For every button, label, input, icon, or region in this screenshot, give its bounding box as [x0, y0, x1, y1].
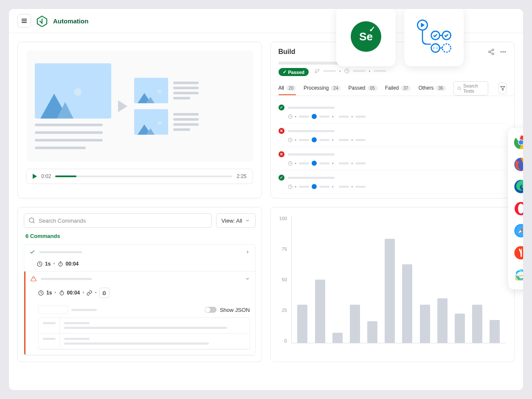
- thumbnail-item: [134, 78, 168, 103]
- command-item[interactable]: 1s• 00:04• • Show JSON: [24, 272, 255, 355]
- chart-bar: [350, 305, 360, 343]
- tab-failed[interactable]: Failed37: [385, 82, 411, 95]
- stopwatch-icon: [59, 290, 65, 296]
- bug-button[interactable]: [99, 288, 110, 298]
- svg-point-50: [431, 44, 440, 52]
- stopwatch-icon: [58, 261, 63, 267]
- github-actions-icon: [415, 17, 453, 56]
- test-list: ✓ • • • ✕ • • • ✕: [271, 96, 515, 198]
- chevron-right-icon: [245, 249, 250, 255]
- filter-button[interactable]: [498, 82, 507, 94]
- svg-point-25: [458, 87, 460, 89]
- svg-point-9: [158, 90, 162, 93]
- chart-bar: [297, 305, 307, 343]
- y-tick: 0: [284, 338, 287, 343]
- svg-point-19: [503, 51, 504, 52]
- svg-rect-44: [104, 291, 105, 295]
- branch-icon: [315, 68, 320, 74]
- svg-point-14: [489, 51, 490, 53]
- current-time: 0:02: [41, 173, 51, 179]
- test-row[interactable]: ✕ • • •: [279, 147, 507, 170]
- view-dropdown[interactable]: View: All: [216, 213, 256, 228]
- svg-point-32: [29, 218, 34, 223]
- app-window: Automation: [8, 8, 524, 391]
- tab-others[interactable]: Others36: [418, 82, 445, 95]
- chart-bar: [420, 305, 430, 343]
- svg-point-67: [514, 246, 524, 259]
- y-tick: 50: [282, 277, 287, 282]
- svg-marker-27: [501, 87, 505, 91]
- warning-icon: [31, 276, 37, 282]
- search-tests-input[interactable]: Search Tests: [453, 81, 489, 96]
- command-list: 1s• 00:04 1s• 0: [24, 244, 256, 356]
- chevron-down-icon: [245, 218, 250, 223]
- chart-card: 1007550250: [270, 207, 515, 362]
- chart-bar: [367, 321, 377, 343]
- test-row[interactable]: ✓ • • •: [279, 100, 507, 124]
- chart-bar: [455, 314, 465, 343]
- edge-icon: [513, 179, 524, 194]
- main-content: 0:02 2:25 Build ✓ Passed •• All20 Proc: [9, 33, 523, 371]
- video-preview-card: 0:02 2:25: [17, 42, 262, 198]
- search-icon: [457, 86, 462, 91]
- clock-icon: [344, 68, 349, 74]
- chart-bar: [402, 264, 412, 343]
- hamburger-menu-button[interactable]: [17, 14, 31, 28]
- svg-point-51: [433, 48, 435, 49]
- main-thumbnail: [35, 63, 111, 119]
- svg-point-20: [505, 51, 506, 52]
- svg-line-17: [490, 52, 493, 54]
- status-badge: ✓ Passed: [279, 68, 309, 76]
- play-icon: [118, 100, 127, 112]
- chart-bar: [490, 320, 500, 343]
- status-passed-icon: ✓: [279, 175, 284, 181]
- command-details-table: [38, 317, 250, 350]
- commands-count: 6 Commands: [24, 228, 256, 244]
- filter-icon: [500, 86, 505, 91]
- svg-point-23: [315, 72, 316, 73]
- ie-icon: [513, 267, 524, 283]
- tab-all[interactable]: All20: [279, 82, 296, 95]
- chart-bar: [315, 280, 325, 343]
- svg-point-54: [442, 44, 451, 52]
- tab-processing[interactable]: Processing24: [304, 82, 341, 95]
- share-icon[interactable]: [488, 48, 495, 55]
- clock-icon: [288, 138, 293, 142]
- windows-icon: [312, 161, 317, 166]
- test-row[interactable]: ✕ • • •: [279, 124, 507, 147]
- svg-point-15: [492, 53, 494, 55]
- show-json-label: Show JSON: [220, 307, 250, 313]
- test-row[interactable]: ✓ • • •: [279, 170, 507, 194]
- browser-dock: [508, 128, 524, 289]
- more-icon[interactable]: [500, 48, 507, 55]
- integration-selenium: Se: [336, 8, 396, 66]
- tab-passed[interactable]: Passed05: [348, 82, 377, 95]
- play-button[interactable]: [33, 174, 37, 179]
- chart-y-axis: 1007550250: [279, 216, 291, 343]
- hamburger-icon: [21, 17, 28, 24]
- firefox-icon: [513, 157, 524, 172]
- integration-github-actions: [404, 8, 464, 66]
- status-failed-icon: ✕: [279, 151, 284, 157]
- build-title: Build: [279, 48, 296, 56]
- show-json-toggle[interactable]: [205, 307, 217, 313]
- search-commands-input[interactable]: Search Commands: [24, 213, 212, 228]
- clock-icon: [37, 261, 42, 267]
- progress-slider[interactable]: [55, 175, 232, 177]
- chrome-icon: [513, 135, 524, 150]
- chart-bar: [437, 298, 448, 343]
- status-passed-icon: ✓: [279, 105, 284, 110]
- y-tick: 25: [282, 308, 287, 313]
- clock-icon: [288, 184, 293, 189]
- svg-line-26: [460, 89, 461, 90]
- command-item[interactable]: 1s• 00:04: [24, 245, 255, 272]
- svg-line-16: [490, 50, 493, 51]
- svg-point-6: [74, 88, 82, 96]
- bug-icon: [101, 290, 107, 296]
- link-icon: [87, 290, 92, 296]
- windows-icon: [312, 184, 317, 189]
- svg-point-52: [436, 48, 438, 49]
- integration-cards: Se: [336, 8, 464, 66]
- svg-point-18: [501, 51, 501, 52]
- yandex-icon: [513, 245, 524, 260]
